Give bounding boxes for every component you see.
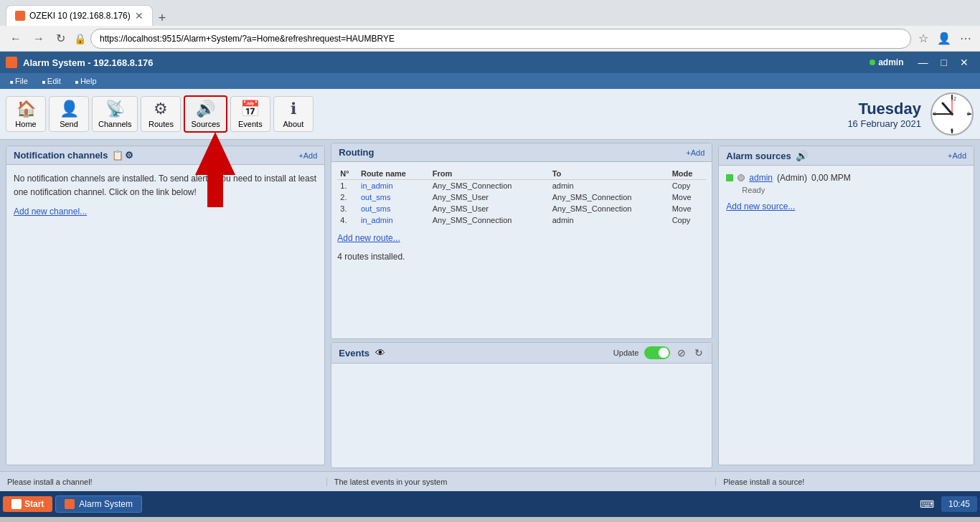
gear-icon: ⚙ <box>125 150 133 161</box>
events-status: The latest events in your system <box>327 478 717 486</box>
send-button[interactable]: 👤 Send <box>49 96 89 132</box>
start-label: Start <box>24 499 44 509</box>
menu-bar: File Edit Help <box>0 73 980 89</box>
alarm-sources-body: admin (Admin) 0,00 MPM Ready Add new sou… <box>719 166 974 219</box>
alarm-sources-panel: Alarm sources 🔊 +Add admin (Admin) 0,00 … <box>718 146 974 465</box>
address-bar[interactable] <box>90 29 911 49</box>
clock-area: Tuesday 16 February 2021 12 3 6 9 <box>847 92 974 136</box>
svg-text:9: 9 <box>933 111 936 116</box>
send-icon: 👤 <box>60 100 79 118</box>
new-tab-button[interactable]: + <box>153 11 172 26</box>
forward-button[interactable]: → <box>29 29 49 48</box>
routes-icon: ⚙ <box>154 100 168 118</box>
menu-edit[interactable]: Edit <box>35 77 68 85</box>
events-icon: 📅 <box>240 100 260 118</box>
refresh-icon[interactable]: ↻ <box>693 347 705 359</box>
channels-button[interactable]: 📡 Channels <box>92 96 138 132</box>
admin-name: admin <box>878 57 903 67</box>
admin-badge: admin <box>870 57 903 67</box>
routing-header: Routing +Add <box>331 143 712 162</box>
update-toggle[interactable] <box>644 346 670 359</box>
maximize-button[interactable]: □ <box>936 55 953 70</box>
taskbar: Start Alarm System ⌨ 10:45 <box>0 491 980 517</box>
send-label: Send <box>60 120 78 128</box>
minimize-button[interactable]: — <box>913 55 934 70</box>
svg-text:6: 6 <box>951 128 953 133</box>
add-source-btn[interactable]: +Add <box>948 151 966 160</box>
notification-channels-panel: Notification channels 📋 ⚙ +Add No notifi… <box>6 146 325 465</box>
sources-button[interactable]: 🔊 Sources <box>184 95 227 133</box>
events-body <box>331 364 712 468</box>
source-rate: 0,00 MPM <box>811 173 851 183</box>
close-button[interactable]: ✕ <box>954 55 974 70</box>
cancel-icon[interactable]: ⊘ <box>676 347 687 359</box>
home-label: Home <box>15 120 36 128</box>
col-route-name: Route name <box>358 168 430 180</box>
tab-close-btn[interactable]: ✕ <box>135 10 143 22</box>
table-row: 2. out_sms Any_SMS_User Any_SMS_Connecti… <box>337 191 706 203</box>
app-titlebar: Alarm System - 192.168.8.176 admin — □ ✕ <box>0 52 980 73</box>
add-new-source-link[interactable]: Add new source... <box>726 201 795 212</box>
start-button[interactable]: Start <box>3 496 52 512</box>
routing-title: Routing <box>339 147 374 158</box>
notification-status: Please install a channel! <box>0 478 327 486</box>
route-count: 4 routes installed. <box>337 252 706 262</box>
add-channel-link[interactable]: Add new channel... <box>14 207 87 217</box>
status-bar: Please install a channel! The latest eve… <box>0 471 980 491</box>
no-channel-message: No notification channels are installed. … <box>14 172 317 199</box>
add-channel-btn[interactable]: +Add <box>298 151 317 160</box>
home-icon: 🏠 <box>17 100 36 118</box>
events-title: Events <box>339 348 369 359</box>
channels-icon: 📡 <box>105 100 125 118</box>
col-num: N° <box>337 168 358 180</box>
browser-tab-ozeki[interactable]: OZEKI 10 (192.168.8.176) ✕ <box>6 5 153 26</box>
taskbar-app-btn[interactable]: Alarm System <box>55 495 142 513</box>
notification-body: No notification channels are installed. … <box>6 165 324 224</box>
source-online-dot <box>726 174 733 181</box>
update-label: Update <box>613 348 639 357</box>
svg-text:3: 3 <box>967 111 970 116</box>
routes-button[interactable]: ⚙ Routes <box>141 96 181 132</box>
date-day: Tuesday <box>847 100 921 118</box>
col-to: To <box>550 168 669 180</box>
eye-icon: 👁 <box>375 347 385 359</box>
menu-help[interactable]: Help <box>68 77 104 85</box>
source-item: admin (Admin) 0,00 MPM <box>726 173 966 183</box>
routes-label: Routes <box>149 120 174 128</box>
date-full: 16 February 2021 <box>847 118 921 129</box>
about-button[interactable]: ℹ About <box>273 96 314 132</box>
start-icon <box>11 499 22 509</box>
channels-label: Channels <box>98 120 131 128</box>
taskbar-app-icon <box>65 499 75 509</box>
source-user-link[interactable]: admin <box>749 173 773 183</box>
menu-icon[interactable]: ⋯ <box>957 29 974 48</box>
back-button[interactable]: ← <box>6 29 26 48</box>
notification-channels-header: Notification channels 📋 ⚙ +Add <box>6 146 324 165</box>
refresh-button[interactable]: ↻ <box>52 29 70 48</box>
events-button[interactable]: 📅 Events <box>230 96 270 132</box>
col-from: From <box>430 168 550 180</box>
table-row: 1. in_admin Any_SMS_Connection admin Cop… <box>337 180 706 192</box>
source-role: (Admin) <box>777 173 807 183</box>
tab-title: OZEKI 10 (192.168.8.176) <box>29 11 131 21</box>
menu-file[interactable]: File <box>3 77 35 85</box>
source-status: Ready <box>742 186 966 194</box>
svg-point-8 <box>951 113 953 115</box>
events-panel: Events 👁 Update ⊘ ↻ <box>331 342 712 468</box>
bookmark-icon[interactable]: ☆ <box>915 29 931 48</box>
middle-column: Routing +Add N° Route name From To Mode <box>331 143 712 468</box>
sources-icon: 🔊 <box>196 100 215 118</box>
add-route-btn[interactable]: +Add <box>686 148 705 157</box>
add-new-route-link[interactable]: Add new route... <box>337 233 400 243</box>
about-label: About <box>283 120 303 128</box>
svg-text:12: 12 <box>951 96 956 101</box>
taskbar-app-label: Alarm System <box>79 499 133 509</box>
home-button[interactable]: 🏠 Home <box>6 96 46 132</box>
table-row: 3. out_sms Any_SMS_User Any_SMS_Connecti… <box>337 203 706 214</box>
profile-icon[interactable]: 👤 <box>934 29 954 48</box>
speaker-icon: 🔊 <box>796 150 808 161</box>
col-mode: Mode <box>669 168 707 180</box>
sources-label: Sources <box>191 120 220 128</box>
routing-panel: Routing +Add N° Route name From To Mode <box>331 143 712 339</box>
clock-face: 12 3 6 9 <box>930 92 974 136</box>
